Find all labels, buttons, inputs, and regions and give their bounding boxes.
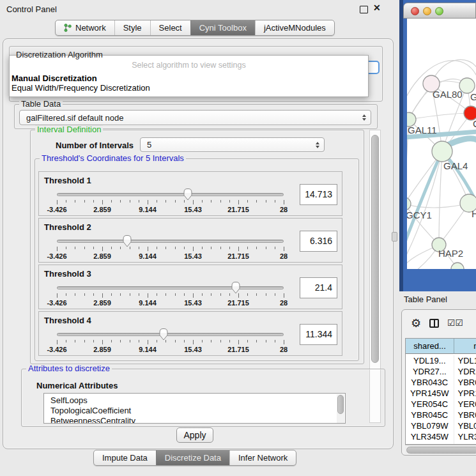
attribute-list-item[interactable]: BetweennessCentrality — [44, 416, 345, 424]
threshold-value-field[interactable]: 6.316 — [300, 231, 337, 252]
slider-tick — [148, 200, 148, 204]
slider-tick — [193, 247, 194, 251]
network-edge — [439, 151, 442, 245]
slider-thumb[interactable] — [122, 234, 132, 247]
slider-tick — [157, 200, 157, 203]
table-settings-gear-icon[interactable]: ⚙ — [411, 316, 421, 330]
slider-thumb[interactable] — [183, 188, 193, 201]
column-header-name[interactable]: na — [454, 339, 476, 354]
slider-tick — [211, 200, 211, 203]
numerical-attributes-list[interactable]: SelfLoopsTopologicalCoefficientBetweenne… — [43, 393, 346, 424]
tab-select[interactable]: Select — [150, 20, 190, 35]
slider-tick — [175, 247, 176, 249]
column-layout-icon[interactable] — [429, 319, 439, 328]
attributes-scrollbar-thumb[interactable] — [337, 395, 344, 414]
slider-tick — [157, 247, 157, 249]
tab-cyni-toolbox[interactable]: Cyni Toolbox — [190, 20, 255, 35]
splitter-handle[interactable] — [392, 232, 397, 242]
slider-track[interactable] — [57, 193, 284, 196]
cell-name: YLR3 — [454, 431, 476, 442]
threshold-panel: Threshold 2-3.4262.8599.14415.4321.71528… — [38, 218, 342, 263]
table-row[interactable]: YIL052CYIL0 — [406, 442, 476, 444]
table-hscrollbar-thumb[interactable] — [406, 447, 476, 454]
slider-tick — [84, 340, 85, 342]
attribute-list-item[interactable]: TopologicalCoefficient — [44, 406, 345, 416]
slider-tick — [202, 200, 203, 203]
table-row[interactable]: YDR27...YDR2 — [406, 366, 476, 377]
slider-tick — [139, 200, 139, 203]
numerical-attributes-label: Numerical Attributes — [36, 381, 118, 390]
bottom-tab-bar: Impute DataDiscretize DataInfer Network — [93, 450, 296, 466]
network-node[interactable] — [407, 197, 411, 210]
slider-tick — [165, 293, 166, 296]
table-row[interactable]: YLR345WYLR3 — [406, 431, 476, 442]
threshold-value-field[interactable]: 11.344 — [300, 324, 337, 345]
algorithm-option[interactable]: Equal Width/Frequency Discretization — [10, 83, 368, 93]
slider-tick — [139, 293, 139, 296]
table-row[interactable]: YBR045CYBR0 — [406, 410, 476, 420]
slider-tick-label: 9.144 — [139, 346, 157, 353]
slider-tick — [238, 200, 239, 204]
table-data-combo[interactable]: galFiltered.sif default node — [19, 110, 371, 125]
slider-tick — [275, 247, 275, 249]
network-canvas[interactable]: GAL80GACGAL11GAL4GCY1HHAP2 — [407, 19, 476, 269]
slider-tick-label: 9.144 — [139, 299, 157, 307]
slider-tick — [93, 293, 94, 296]
apply-button[interactable]: Apply — [176, 427, 213, 443]
slider-track[interactable] — [57, 240, 284, 243]
slider-tick — [148, 293, 148, 298]
slider-thumb[interactable] — [231, 281, 241, 294]
slider-thumb[interactable] — [158, 328, 169, 341]
bottom-tab-infer-network[interactable]: Infer Network — [229, 450, 296, 465]
tab-network[interactable]: Network — [56, 20, 114, 35]
num-intervals-combo[interactable]: 5 — [140, 137, 325, 152]
slider-track[interactable] — [57, 286, 284, 289]
slider-track[interactable] — [57, 333, 284, 336]
slider-tick — [130, 293, 130, 296]
table-horizontal-scrollbar[interactable] — [405, 445, 476, 454]
algorithm-option[interactable]: Manual Discretization — [10, 73, 368, 83]
close-icon[interactable]: ✕ — [373, 3, 381, 13]
algorithm-hint-option[interactable]: Select algorithm to view settings — [10, 61, 368, 70]
slider-tick — [57, 247, 58, 251]
slider-tick — [66, 293, 66, 296]
table-row[interactable]: YBL079WYBL0 — [406, 420, 476, 431]
slider-tick — [266, 293, 266, 296]
table-row[interactable]: YBR043CYBR0 — [406, 377, 476, 388]
slider-tick-label: -3.426 — [47, 206, 66, 213]
algorithm-options: Manual DiscretizationEqual Width/Frequen… — [10, 73, 368, 93]
attributes-list-scrollbar[interactable] — [337, 394, 344, 423]
slider-tick-label: 15.43 — [184, 252, 202, 260]
slider-tick — [120, 340, 121, 342]
table-row[interactable]: YPR145WYPR1 — [406, 388, 476, 399]
network-window-titlebar[interactable] — [403, 3, 476, 19]
settings-scrollbar-thumb[interactable] — [371, 135, 379, 363]
slider-tick — [93, 247, 94, 249]
threshold-value-field[interactable]: 14.713 — [300, 184, 337, 205]
select-all-checkbox-icon[interactable]: ☑☑ — [447, 318, 463, 328]
slider-tick — [266, 247, 266, 249]
tab-jactivemnodules[interactable]: jActiveMNodules — [255, 20, 334, 35]
tab-label: Select — [159, 23, 182, 33]
close-traffic-light[interactable] — [411, 7, 419, 15]
attribute-list-item[interactable]: SelfLoops — [44, 395, 345, 406]
bottom-tab-impute-data[interactable]: Impute Data — [94, 450, 156, 465]
column-header-shared-name[interactable]: shared... — [406, 339, 454, 354]
slider-tick — [66, 200, 66, 203]
tab-style[interactable]: Style — [114, 20, 150, 35]
cell-shared-name: YPR145W — [406, 388, 454, 399]
bottom-tab-discretize-data[interactable]: Discretize Data — [156, 450, 229, 465]
cell-shared-name: YDR27... — [406, 366, 454, 377]
slider-tick — [139, 247, 139, 249]
tab-label: Style — [123, 23, 142, 33]
table-row[interactable]: YDL19...YDL1 — [406, 355, 476, 366]
threshold-value-field[interactable]: 21.4 — [300, 277, 337, 298]
zoom-traffic-light[interactable] — [435, 7, 443, 15]
table-row[interactable]: YER054CYER0 — [406, 399, 476, 410]
minimize-traffic-light[interactable] — [423, 7, 431, 15]
threshold-label: Threshold 4 — [44, 316, 91, 325]
network-node[interactable] — [432, 141, 452, 162]
float-window-icon[interactable] — [360, 6, 368, 13]
network-node[interactable] — [451, 263, 464, 269]
slider-tick — [284, 340, 284, 344]
